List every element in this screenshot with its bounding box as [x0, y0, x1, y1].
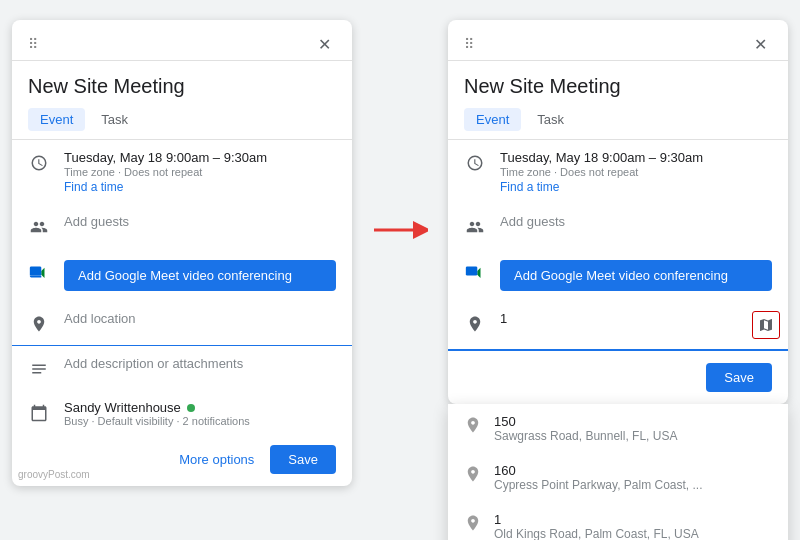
- more-options-button[interactable]: More options: [171, 446, 262, 473]
- arrow-container: [372, 20, 428, 240]
- meet-button-left[interactable]: Add Google Meet video conferencing: [64, 260, 336, 291]
- autocomplete-item-1[interactable]: 160 Cypress Point Parkway, Palm Coast, .…: [448, 453, 788, 502]
- meet-content-right: Add Google Meet video conferencing: [500, 258, 772, 291]
- person-status-left: Busy · Default visibility · 2 notificati…: [64, 415, 336, 427]
- add-guests-text-left: Add guests: [64, 214, 336, 229]
- clock-icon-right: [464, 152, 486, 174]
- location-icon-right: [464, 313, 486, 335]
- meet-icon-container-left: [28, 260, 50, 282]
- location-row-right: [448, 301, 788, 351]
- tab-task-right[interactable]: Task: [525, 108, 576, 131]
- guests-content-left: Add guests: [64, 214, 336, 229]
- datetime-text-right: Tuesday, May 18 9:00am – 9:30am: [500, 150, 772, 165]
- meet-button-right[interactable]: Add Google Meet video conferencing: [500, 260, 772, 291]
- meet-row-left: Add Google Meet video conferencing: [12, 248, 352, 301]
- right-panel-header: ⠿ ✕: [448, 20, 788, 61]
- description-icon-left: [28, 358, 50, 380]
- svg-rect-1: [30, 266, 41, 275]
- tab-event-right[interactable]: Event: [464, 108, 521, 131]
- person-icon-right: [464, 216, 486, 238]
- save-button-left[interactable]: Save: [270, 445, 336, 474]
- svg-rect-5: [466, 266, 477, 275]
- right-panel-footer: Save: [448, 355, 788, 404]
- description-content-left: Add description or attachments: [64, 356, 336, 371]
- right-tabs: Event Task: [448, 108, 788, 131]
- guests-content-right: Add guests: [500, 214, 772, 229]
- location-input-right[interactable]: [500, 311, 738, 326]
- datetime-row-left: Tuesday, May 18 9:00am – 9:30am Time zon…: [12, 140, 352, 204]
- datetime-content-left: Tuesday, May 18 9:00am – 9:30am Time zon…: [64, 150, 336, 194]
- save-button-right[interactable]: Save: [706, 363, 772, 392]
- datetime-text-left: Tuesday, May 18 9:00am – 9:30am: [64, 150, 336, 165]
- left-panel: ⠿ ✕ New Site Meeting Event Task Tuesday,…: [12, 20, 352, 486]
- autocomplete-text-2: 1 Old Kings Road, Palm Coast, FL, USA: [494, 512, 699, 540]
- autocomplete-dropdown: 150 Sawgrass Road, Bunnell, FL, USA 160 …: [448, 404, 788, 540]
- guests-row-right: Add guests: [448, 204, 788, 248]
- autocomplete-item-0[interactable]: 150 Sawgrass Road, Bunnell, FL, USA: [448, 404, 788, 453]
- location-icon-left: [28, 313, 50, 335]
- location-content-right: [500, 311, 738, 326]
- guests-row-left: Add guests: [12, 204, 352, 248]
- timezone-text-left: Time zone · Does not repeat: [64, 166, 336, 178]
- right-panel-title: New Site Meeting: [448, 61, 788, 108]
- left-panel-header: ⠿ ✕: [12, 20, 352, 61]
- status-dot-left: [187, 404, 195, 412]
- location-input-left[interactable]: [64, 311, 336, 326]
- find-time-link-right[interactable]: Find a time: [500, 180, 772, 194]
- description-row-left: Add description or attachments: [12, 346, 352, 390]
- map-icon-button[interactable]: [752, 311, 780, 339]
- find-time-link-left[interactable]: Find a time: [64, 180, 336, 194]
- close-button-right[interactable]: ✕: [748, 32, 772, 56]
- clock-icon-left: [28, 152, 50, 174]
- calendar-icon-left: [28, 402, 50, 424]
- tab-task-left[interactable]: Task: [89, 108, 140, 131]
- meet-row-right: Add Google Meet video conferencing: [448, 248, 788, 301]
- close-button-left[interactable]: ✕: [312, 32, 336, 56]
- datetime-content-right: Tuesday, May 18 9:00am – 9:30am Time zon…: [500, 150, 772, 194]
- watermark: groovyPost.com: [18, 469, 90, 480]
- left-tabs: Event Task: [12, 108, 352, 131]
- add-guests-text-right: Add guests: [500, 214, 772, 229]
- person-content-left: Sandy Writtenhouse Busy · Default visibi…: [64, 400, 336, 427]
- arrow-icon: [372, 220, 428, 240]
- location-content-left: [64, 311, 336, 326]
- person-icon-left: [28, 216, 50, 238]
- calendar-row-left: Sandy Writtenhouse Busy · Default visibi…: [12, 390, 352, 437]
- drag-handle: ⠿: [28, 36, 39, 52]
- main-container: ⠿ ✕ New Site Meeting Event Task Tuesday,…: [0, 0, 800, 540]
- autocomplete-text-1: 160 Cypress Point Parkway, Palm Coast, .…: [494, 463, 703, 492]
- meet-content-left: Add Google Meet video conferencing: [64, 258, 336, 291]
- person-name-left: Sandy Writtenhouse: [64, 400, 336, 415]
- description-text-left: Add description or attachments: [64, 356, 336, 371]
- left-panel-title: New Site Meeting: [12, 61, 352, 108]
- drag-handle-right: ⠿: [464, 36, 475, 52]
- datetime-row-right: Tuesday, May 18 9:00am – 9:30am Time zon…: [448, 140, 788, 204]
- location-row-left: [12, 301, 352, 346]
- meet-icon-container-right: [464, 260, 486, 282]
- right-panel: ⠿ ✕ New Site Meeting Event Task Tuesday,…: [448, 20, 788, 404]
- timezone-text-right: Time zone · Does not repeat: [500, 166, 772, 178]
- autocomplete-text-0: 150 Sawgrass Road, Bunnell, FL, USA: [494, 414, 677, 443]
- tab-event-left[interactable]: Event: [28, 108, 85, 131]
- autocomplete-item-2[interactable]: 1 Old Kings Road, Palm Coast, FL, USA: [448, 502, 788, 540]
